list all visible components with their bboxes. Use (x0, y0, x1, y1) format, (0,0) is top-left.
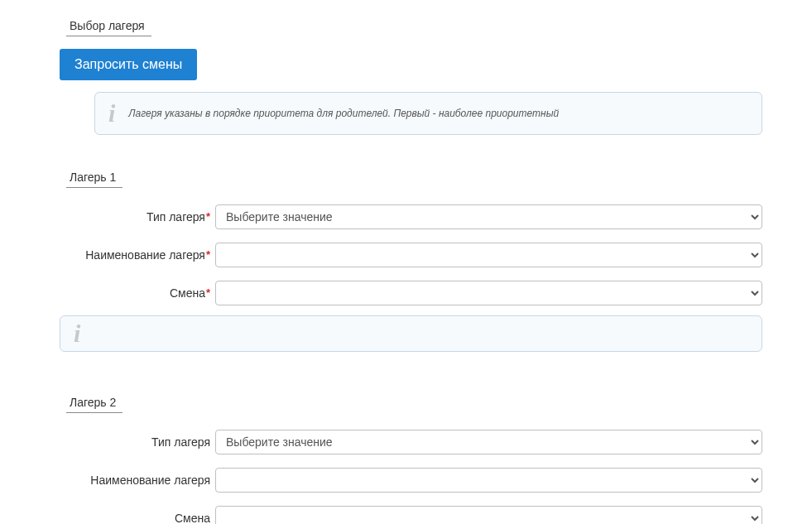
priority-info-text: Лагеря указаны в порядке приоритета для … (128, 108, 559, 119)
camp1-info-box: i (60, 315, 762, 352)
camp2-type-label: Тип лагеря (151, 435, 210, 449)
camp1-type-label: Тип лагеря (147, 210, 205, 224)
required-star: * (206, 210, 210, 223)
camp2-shift-label: Смена (175, 512, 210, 524)
camp1-type-select[interactable]: Выберите значение (215, 204, 762, 229)
camp1-name-label: Наименование лагеря (85, 248, 205, 262)
request-shifts-button[interactable]: Запросить смены (60, 49, 197, 80)
camp2-shift-select[interactable] (215, 506, 762, 524)
camp-1-title: Лагерь 1 (66, 168, 123, 188)
required-star: * (206, 286, 210, 299)
camp2-type-select[interactable]: Выберите значение (215, 430, 762, 454)
camp1-shift-select[interactable] (215, 281, 762, 305)
section-title-camp-selection: Выбор лагеря (66, 17, 151, 36)
camp2-name-select[interactable] (215, 468, 762, 493)
camp2-name-label: Наименование лагеря (90, 474, 210, 487)
required-star: * (206, 248, 210, 261)
camp1-name-select[interactable] (215, 243, 762, 267)
camp-2-title: Лагерь 2 (66, 393, 123, 413)
info-icon: i (74, 321, 80, 346)
priority-info-box: i Лагеря указаны в порядке приоритета дл… (94, 92, 762, 135)
camp1-shift-label: Смена (170, 286, 205, 300)
info-icon: i (108, 101, 115, 126)
